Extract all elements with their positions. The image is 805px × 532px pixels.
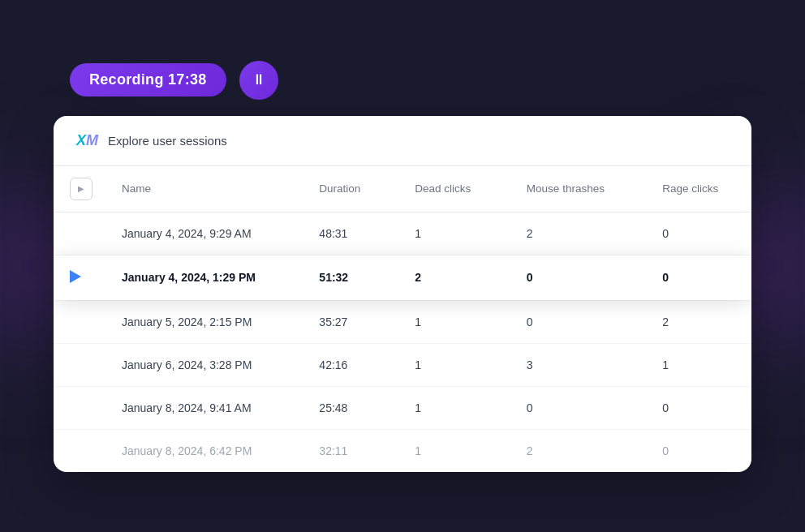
mouse-thrashes-value: 3 bbox=[504, 343, 639, 386]
session-duration: 48:31 bbox=[296, 212, 392, 255]
rage-clicks-value: 0 bbox=[639, 386, 751, 429]
table-row[interactable]: January 5, 2024, 2:15 PM35:27102 bbox=[54, 300, 751, 343]
session-duration: 51:32 bbox=[296, 255, 392, 300]
logo-x: X bbox=[76, 132, 86, 149]
dead-clicks-value: 2 bbox=[392, 255, 504, 300]
session-duration: 32:11 bbox=[296, 429, 392, 472]
dead-clicks-value: 1 bbox=[392, 429, 504, 472]
table-header-row: ▶ Name Duration Dead clicks Mouse thrash… bbox=[54, 166, 751, 212]
dead-clicks-value: 1 bbox=[392, 300, 504, 343]
play-triangle-icon bbox=[70, 270, 81, 283]
dead-clicks-value: 1 bbox=[392, 386, 504, 429]
col-header-play: ▶ bbox=[54, 166, 99, 212]
recording-badge: Recording 17:38 bbox=[70, 63, 226, 97]
dead-clicks-value: 1 bbox=[392, 343, 504, 386]
rage-clicks-value: 2 bbox=[639, 300, 751, 343]
play-header-icon: ▶ bbox=[70, 178, 93, 200]
main-card: XM Explore user sessions ▶ Name Duration… bbox=[54, 116, 751, 472]
mouse-thrashes-value: 0 bbox=[504, 300, 639, 343]
table-container: ▶ Name Duration Dead clicks Mouse thrash… bbox=[54, 166, 751, 472]
mouse-thrashes-value: 2 bbox=[504, 429, 639, 472]
pause-icon: ⏸ bbox=[252, 71, 266, 88]
rage-clicks-value: 0 bbox=[639, 429, 751, 472]
session-name: January 8, 2024, 6:42 PM bbox=[99, 429, 296, 472]
session-name: January 8, 2024, 9:41 AM bbox=[99, 386, 296, 429]
play-cell[interactable] bbox=[54, 255, 99, 300]
play-cell[interactable] bbox=[54, 386, 99, 429]
col-header-duration: Duration bbox=[296, 166, 392, 212]
top-bar: Recording 17:38 ⏸ bbox=[54, 61, 751, 100]
main-container: Recording 17:38 ⏸ XM Explore user sessio… bbox=[54, 61, 751, 472]
pause-button[interactable]: ⏸ bbox=[239, 61, 278, 100]
col-header-rage-clicks: Rage clicks bbox=[639, 166, 751, 212]
table-row[interactable]: January 6, 2024, 3:28 PM42:16131 bbox=[54, 343, 751, 386]
col-header-name: Name bbox=[99, 166, 296, 212]
col-header-mouse-thrashes: Mouse thrashes bbox=[504, 166, 639, 212]
logo-m: M bbox=[86, 132, 98, 149]
session-duration: 42:16 bbox=[296, 343, 392, 386]
mouse-thrashes-value: 0 bbox=[504, 255, 639, 300]
card-header: XM Explore user sessions bbox=[54, 116, 751, 166]
session-name: January 6, 2024, 3:28 PM bbox=[99, 343, 296, 386]
header-title: Explore user sessions bbox=[108, 134, 227, 148]
session-name: January 5, 2024, 2:15 PM bbox=[99, 300, 296, 343]
table-row[interactable]: January 4, 2024, 1:29 PM51:32200 bbox=[54, 255, 751, 300]
mouse-thrashes-value: 0 bbox=[504, 386, 639, 429]
session-name: January 4, 2024, 1:29 PM bbox=[99, 255, 296, 300]
play-cell[interactable] bbox=[54, 343, 99, 386]
table-row[interactable]: January 8, 2024, 6:42 PM32:11120 bbox=[54, 429, 751, 472]
xm-logo: XM bbox=[76, 132, 98, 149]
session-duration: 25:48 bbox=[296, 386, 392, 429]
play-cell[interactable] bbox=[54, 429, 99, 472]
rage-clicks-value: 0 bbox=[639, 255, 751, 300]
sessions-table: ▶ Name Duration Dead clicks Mouse thrash… bbox=[54, 166, 751, 472]
rage-clicks-value: 1 bbox=[639, 343, 751, 386]
col-header-dead-clicks: Dead clicks bbox=[392, 166, 504, 212]
table-row[interactable]: January 8, 2024, 9:41 AM25:48100 bbox=[54, 386, 751, 429]
dead-clicks-value: 1 bbox=[392, 212, 504, 255]
rage-clicks-value: 0 bbox=[639, 212, 751, 255]
play-cell[interactable] bbox=[54, 212, 99, 255]
mouse-thrashes-value: 2 bbox=[504, 212, 639, 255]
table-row[interactable]: January 4, 2024, 9:29 AM48:31120 bbox=[54, 212, 751, 255]
play-cell[interactable] bbox=[54, 300, 99, 343]
session-name: January 4, 2024, 9:29 AM bbox=[99, 212, 296, 255]
session-duration: 35:27 bbox=[296, 300, 392, 343]
